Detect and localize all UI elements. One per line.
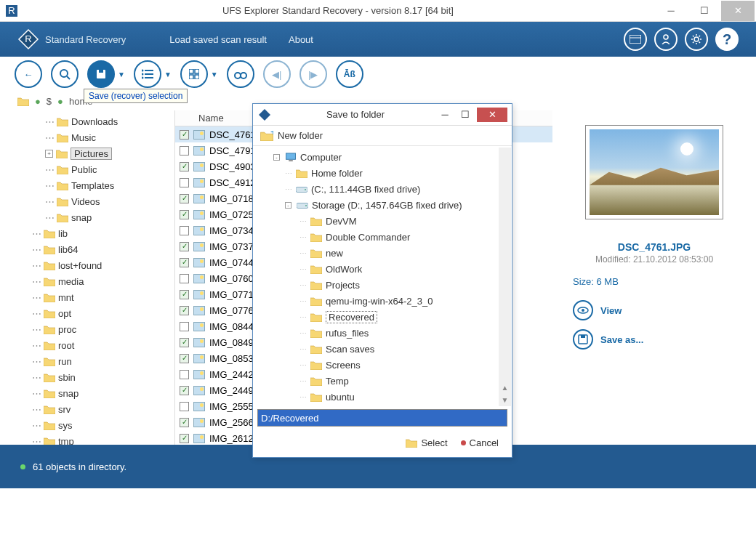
dialog-tree-item[interactable]: -Storage (D:, 1457.64GB fixed drive)	[257, 197, 507, 213]
scrollbar[interactable]: ▲▼	[499, 148, 511, 406]
checkbox[interactable]	[180, 322, 189, 331]
tree-item[interactable]: ⋯lib	[19, 225, 170, 241]
dialog-tree[interactable]: -Computer⋯Home folder⋯(C:, 111.44GB fixe…	[253, 146, 512, 408]
view-button[interactable]: View	[573, 300, 643, 320]
checkbox[interactable]	[180, 418, 189, 427]
checkbox[interactable]	[180, 258, 189, 267]
menu-about[interactable]: About	[289, 34, 313, 45]
dialog-tree-item[interactable]: ⋯qemu-img-win-x64-2_3_0	[257, 293, 507, 309]
back-button[interactable]: ←	[15, 60, 42, 88]
dialog-tree-label: Recovered	[326, 311, 377, 323]
tree-item[interactable]: ⋯sbin	[19, 369, 170, 385]
tree-item[interactable]: ⋯root	[19, 337, 170, 353]
breadcrumb-item[interactable]: $	[47, 96, 52, 107]
tree-item[interactable]: ⋯snap	[19, 385, 170, 401]
grid-dropdown-icon[interactable]: ▼	[211, 70, 218, 78]
binoculars-button[interactable]	[227, 60, 254, 88]
tree-item[interactable]: ⋯media	[19, 273, 170, 289]
save-button[interactable]	[87, 60, 115, 88]
folder-tree[interactable]: ⋯Downloads⋯Music+Pictures⋯Public⋯Templat…	[0, 110, 174, 445]
case-button[interactable]: Āß	[336, 60, 363, 88]
tree-item[interactable]: ⋯sys	[19, 417, 170, 433]
tree-item[interactable]: ⋯Music	[19, 129, 170, 145]
tree-item[interactable]: ⋯Downloads	[19, 113, 170, 129]
select-button[interactable]: Select	[406, 437, 447, 448]
settings-icon[interactable]	[685, 28, 708, 51]
checkbox[interactable]	[180, 242, 189, 251]
folder-icon	[44, 325, 55, 334]
dialog-tree-item[interactable]: ⋯Recovered	[257, 309, 507, 325]
checkbox[interactable]	[180, 386, 189, 395]
checkbox[interactable]	[180, 338, 189, 347]
dialog-tree-item[interactable]: ⋯(C:, 111.44GB fixed drive)	[257, 181, 507, 197]
tree-item[interactable]: ⋯lib64	[19, 241, 170, 257]
dialog-tree-item[interactable]: ⋯Screens	[257, 357, 507, 373]
checkbox[interactable]	[180, 274, 189, 283]
checkbox[interactable]	[180, 130, 189, 140]
step-forward-button[interactable]: |▶	[299, 60, 327, 88]
checkbox[interactable]	[180, 194, 189, 203]
tree-item[interactable]: ⋯proc	[19, 321, 170, 337]
dialog-tree-item[interactable]: ⋯Projects	[257, 277, 507, 293]
checkbox[interactable]	[180, 210, 189, 219]
dialog-tree-item[interactable]: ⋯Double Commander	[257, 229, 507, 245]
checkbox[interactable]	[180, 402, 189, 411]
tree-item[interactable]: +Pictures	[19, 145, 170, 161]
dialog-minimize[interactable]: ─	[435, 108, 455, 122]
dialog-tree-item[interactable]: ⋯ubuntu	[257, 389, 507, 405]
dialog-maximize[interactable]: ☐	[455, 108, 475, 122]
checkbox[interactable]	[180, 354, 189, 363]
save-as-button[interactable]: Save as...	[573, 329, 643, 350]
checkbox[interactable]	[180, 162, 189, 171]
tree-item[interactable]: ⋯snap	[19, 209, 170, 225]
tree-dots-icon: ⋯	[45, 132, 54, 143]
checkbox[interactable]	[180, 178, 189, 187]
dialog-tree-item[interactable]: ⋯rufus_files	[257, 325, 507, 341]
dialog-tree-item[interactable]: ⋯Home folder	[257, 165, 507, 181]
tree-item[interactable]: ⋯Templates	[19, 177, 170, 193]
list-dropdown-icon[interactable]: ▼	[164, 70, 172, 78]
tree-item[interactable]: ⋯opt	[19, 305, 170, 321]
tree-item[interactable]: ⋯Videos	[19, 193, 170, 209]
step-back-button[interactable]: ◀|	[263, 60, 291, 88]
checkbox[interactable]	[180, 146, 189, 156]
checkbox[interactable]	[180, 290, 189, 299]
expand-icon[interactable]: -	[285, 202, 291, 209]
menu-load-scan[interactable]: Load saved scan result	[169, 34, 267, 45]
dialog-tree-item[interactable]: ⋯DevVM	[257, 213, 507, 229]
checkbox[interactable]	[180, 306, 189, 315]
expand-icon[interactable]: +	[45, 150, 53, 158]
checkbox[interactable]	[180, 226, 189, 235]
tree-item[interactable]: ⋯Public	[19, 161, 170, 177]
dialog-tree-item[interactable]: ⋯OldWork	[257, 261, 507, 277]
dialog-tree-item[interactable]: ⋯new	[257, 245, 507, 261]
checkbox[interactable]	[180, 434, 189, 443]
svg-rect-24	[189, 75, 193, 79]
checkbox[interactable]	[180, 370, 189, 379]
new-folder-button[interactable]: + New folder	[253, 126, 512, 146]
maximize-button[interactable]: ☐	[688, 1, 721, 21]
grid-button[interactable]	[180, 60, 208, 88]
card-icon[interactable]	[624, 28, 647, 51]
list-button[interactable]	[134, 60, 161, 88]
expand-icon[interactable]: -	[273, 154, 280, 161]
minimize-button[interactable]: ─	[654, 1, 688, 21]
tree-item[interactable]: ⋯lost+found	[19, 257, 170, 273]
path-input[interactable]	[258, 410, 507, 426]
dialog-tree-item[interactable]: ⋯Temp	[257, 373, 507, 389]
search-button[interactable]	[51, 60, 79, 88]
dialog-tree-item[interactable]: -Computer	[257, 149, 507, 165]
help-icon[interactable]: ?	[715, 28, 739, 51]
cancel-button[interactable]: Cancel	[461, 437, 499, 448]
save-dropdown-icon[interactable]: ▼	[118, 70, 125, 78]
tree-item[interactable]: ⋯mnt	[19, 289, 170, 305]
dialog-close[interactable]: ✕	[477, 108, 507, 122]
image-icon	[193, 274, 205, 283]
tree-item[interactable]: ⋯tmp	[19, 433, 170, 445]
tree-item[interactable]: ⋯run	[19, 353, 170, 369]
user-icon[interactable]	[654, 28, 677, 51]
tree-dots-icon: ⋯	[32, 388, 41, 399]
tree-item[interactable]: ⋯srv	[19, 401, 170, 417]
dialog-tree-item[interactable]: ⋯Scan saves	[257, 341, 507, 357]
close-button[interactable]: ✕	[721, 1, 755, 21]
